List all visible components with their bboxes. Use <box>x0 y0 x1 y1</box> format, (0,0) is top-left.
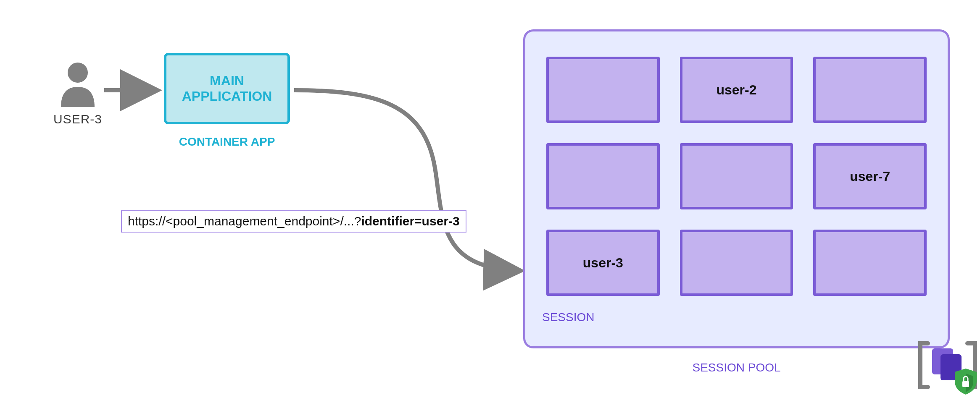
arrow-app-to-pool <box>294 90 521 271</box>
user-block: USER-3 <box>50 61 105 126</box>
session-pool-label: SESSION POOL <box>523 361 950 374</box>
session-cell <box>813 57 927 123</box>
session-grid: user-2 user-7 user-3 <box>546 57 927 296</box>
session-cell <box>546 143 660 209</box>
container-app-label: CONTAINER APP <box>164 135 290 149</box>
app-title-line1: MAIN <box>210 73 244 89</box>
main-application-box: MAIN APPLICATION <box>164 53 290 124</box>
session-cell-text: user-7 <box>850 169 890 184</box>
session-label: SESSION <box>542 311 594 324</box>
request-url-box: https://<pool_management_endpoint>/...?i… <box>121 210 466 233</box>
session-cell <box>680 230 793 296</box>
user-label: USER-3 <box>50 112 105 126</box>
session-cell <box>546 57 660 123</box>
svg-rect-3 <box>962 381 969 387</box>
session-pool-panel: user-2 user-7 user-3 <box>523 29 950 348</box>
app-title-line2: APPLICATION <box>182 89 272 104</box>
session-cell-text: user-2 <box>716 82 756 98</box>
session-cell: user-7 <box>813 143 927 209</box>
session-cell: user-3 <box>546 230 660 296</box>
request-url-query: identifier=user-3 <box>361 214 459 228</box>
session-cell <box>680 143 793 209</box>
container-apps-icon <box>916 336 979 395</box>
svg-point-0 <box>68 63 88 83</box>
session-cell <box>813 230 927 296</box>
request-url-prefix: https://<pool_management_endpoint>/...? <box>128 214 361 228</box>
user-icon <box>50 61 105 107</box>
session-cell: user-2 <box>680 57 793 123</box>
session-cell-text: user-3 <box>583 255 623 271</box>
